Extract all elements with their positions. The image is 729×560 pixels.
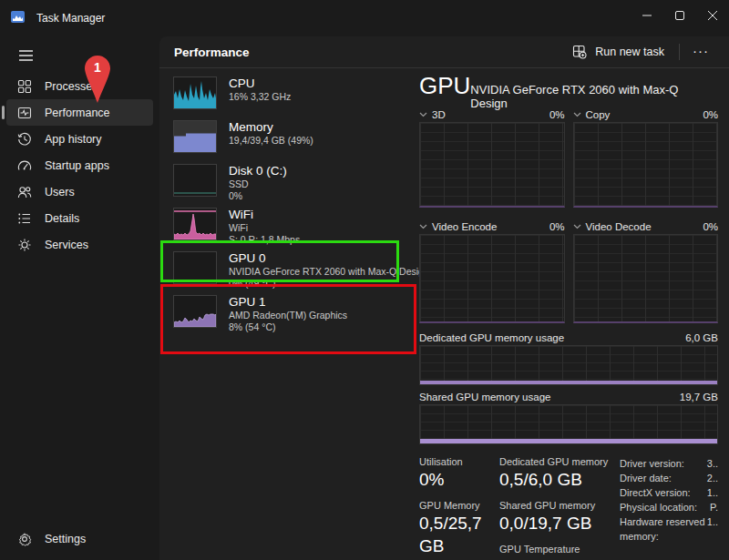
header-divider <box>679 44 680 60</box>
chevron-down-icon[interactable] <box>573 224 581 229</box>
gpu0-sparkline <box>173 251 217 284</box>
stats-column-1: Utilisation 0% GPU Memory 0,5/25,7 GB <box>419 455 499 560</box>
sidebar-item-performance[interactable]: Performance <box>6 99 153 126</box>
stat-value: 0,0/19,7 GB <box>499 512 609 535</box>
sidebar-item-users[interactable]: Users <box>6 178 153 205</box>
sidebar-item-label: Settings <box>45 533 86 545</box>
stat-label: Utilisation <box>419 455 499 468</box>
minimize-button[interactable] <box>631 0 663 31</box>
chart-copy: Copy 0% <box>573 107 719 208</box>
more-options-button[interactable]: ··· <box>685 41 716 64</box>
stat-value: 49 °C <box>499 555 609 560</box>
perf-item-detail: NVIDIA GeForce RTX 2060 with Max-Q Desig… <box>229 266 419 278</box>
gpu1-sparkline <box>173 295 217 328</box>
memory-sparkline <box>173 120 217 153</box>
services-icon <box>17 238 32 252</box>
stat-label: Dedicated GPU memory <box>499 455 609 468</box>
stat-value: 0,5/25,7 GB <box>419 512 499 557</box>
window-title: Task Manager <box>36 12 105 25</box>
detail-label: Physical location: <box>620 500 697 514</box>
chart-label: Video Decode <box>586 221 652 232</box>
stat-label: Shared GPU memory <box>499 499 609 512</box>
perf-item-detail2: 0% <box>229 190 287 202</box>
perf-item-detail2: 8% (54 °C) <box>229 321 347 333</box>
gear-icon <box>17 532 32 546</box>
run-new-task-button[interactable]: Run new task <box>563 41 673 63</box>
sidebar-item-label: Services <box>45 239 88 251</box>
chart-video-decode: Video Decode 0% <box>573 219 719 323</box>
detail-label: Driver date: <box>620 471 672 485</box>
detail-label: Hardware reserved memory: <box>620 514 707 544</box>
perf-item-detail: 16% 3,32 GHz <box>229 91 291 103</box>
performance-header: Performance Run new task ··· <box>159 36 729 68</box>
performance-list: CPU 16% 3,32 GHz Memory 19,4/39,4 GB (49… <box>159 68 419 559</box>
close-button[interactable] <box>696 0 729 31</box>
task-manager-window: { "window": { "title": "Task Manager" },… <box>0 0 729 560</box>
chart-video-decode-graph <box>573 234 719 323</box>
dedicated-memory-total: 6,0 GB <box>685 332 718 343</box>
chart-copy-graph <box>573 122 719 208</box>
task-manager-icon <box>11 11 25 23</box>
startup-apps-icon <box>17 158 32 173</box>
app-history-icon <box>17 132 32 147</box>
perf-item-gpu1[interactable]: GPU 1 AMD Radeon(TM) Graphics 8% (54 °C) <box>173 295 419 339</box>
sidebar-item-label: Processes <box>45 80 98 93</box>
sidebar: Processes Performance App history Startu… <box>0 36 159 560</box>
chart-label: 3D <box>432 109 446 120</box>
chart-value: 0% <box>549 221 565 232</box>
chart-value: 0% <box>703 109 718 120</box>
wifi-sparkline <box>173 208 217 240</box>
dedicated-memory-label: Dedicated GPU memory usage <box>419 332 564 343</box>
titlebar: Task Manager <box>0 0 729 36</box>
run-new-task-icon <box>572 45 587 59</box>
chart-value: 0% <box>703 221 718 232</box>
sidebar-item-label: App history <box>45 133 102 146</box>
stat-label: GPU Temperature <box>499 543 609 555</box>
chevron-down-icon[interactable] <box>419 112 427 117</box>
content-panel: Performance Run new task ··· CPU 16% 3,3… <box>159 36 729 560</box>
sidebar-item-label: Startup apps <box>45 159 109 172</box>
chart-label: Copy <box>586 109 611 120</box>
perf-item-detail: SSD <box>229 178 287 190</box>
perf-item-name: GPU 0 <box>229 251 419 266</box>
run-new-task-label: Run new task <box>595 46 664 58</box>
driver-details: Driver version:3.. Driver date:2.. Direc… <box>609 455 718 560</box>
perf-item-name: WiFi <box>229 208 300 222</box>
sidebar-item-label: Details <box>45 212 79 225</box>
perf-item-cpu[interactable]: CPU 16% 3,32 GHz <box>173 76 419 120</box>
chart-label: Video Encode <box>432 221 497 232</box>
chevron-down-icon[interactable] <box>573 112 581 117</box>
perf-item-memory[interactable]: Memory 19,4/39,4 GB (49%) <box>173 120 419 164</box>
detail-value: 1.. <box>707 514 718 544</box>
sidebar-item-services[interactable]: Services <box>6 231 153 258</box>
sidebar-item-settings[interactable]: Settings <box>6 525 153 552</box>
page-title: Performance <box>174 46 563 59</box>
hamburger-menu-icon[interactable] <box>12 44 39 67</box>
dedicated-memory-graph <box>419 345 718 385</box>
detail-label: DirectX version: <box>620 485 691 500</box>
gpu-detail-panel: GPU NVIDIA GeForce RTX 2060 with Max-Q D… <box>419 68 729 559</box>
sidebar-item-processes[interactable]: Processes <box>6 73 153 99</box>
perf-item-wifi[interactable]: WiFi WiFi S: 0 R: 1,8 Mbps <box>173 208 419 251</box>
perf-item-name: CPU <box>229 76 291 91</box>
sidebar-item-startup-apps[interactable]: Startup apps <box>6 152 153 178</box>
detail-value: 3.. <box>707 456 718 471</box>
details-icon <box>17 211 32 226</box>
processes-icon <box>17 79 32 94</box>
stat-value: 0% <box>419 468 499 491</box>
perf-item-detail: 19,4/39,4 GB (49%) <box>229 135 313 147</box>
detail-value: 1.. <box>707 485 718 500</box>
cpu-sparkline <box>173 76 217 109</box>
detail-label: Driver version: <box>620 456 684 471</box>
perf-item-detail: AMD Radeon(TM) Graphics <box>229 310 347 321</box>
shared-memory-label: Shared GPU memory usage <box>419 392 550 402</box>
sidebar-item-app-history[interactable]: App history <box>6 126 153 152</box>
maximize-button[interactable] <box>663 0 696 31</box>
sidebar-item-details[interactable]: Details <box>6 205 153 231</box>
stat-label: GPU Memory <box>419 499 499 512</box>
stat-value: 0,5/6,0 GB <box>499 468 609 491</box>
perf-item-disk[interactable]: Disk 0 (C:) SSD 0% <box>173 164 419 208</box>
chevron-down-icon[interactable] <box>419 224 427 229</box>
perf-item-gpu0[interactable]: GPU 0 NVIDIA GeForce RTX 2060 with Max-Q… <box>173 251 419 295</box>
chart-video-encode: Video Encode 0% <box>419 219 565 323</box>
